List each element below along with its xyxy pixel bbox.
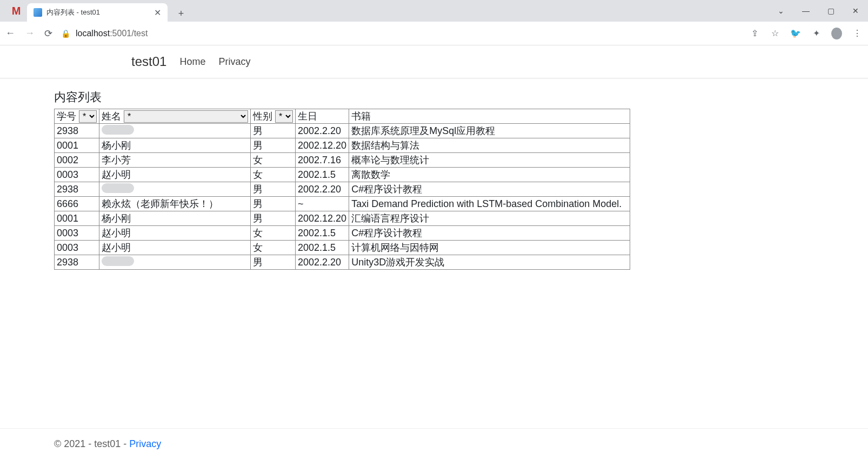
cell-gender: 男 bbox=[251, 124, 296, 138]
cell-id: 0003 bbox=[55, 241, 99, 255]
cell-book: C#程序设计教程 bbox=[349, 182, 630, 197]
extensions-puzzle-icon[interactable]: ✦ bbox=[811, 28, 822, 39]
table-row: 0001杨小刚男2002.12.20汇编语言程序设计 bbox=[55, 211, 630, 226]
cell-name: 赵小明 bbox=[99, 168, 251, 182]
cell-id: 0001 bbox=[55, 211, 99, 226]
cell-name: 杨小刚 bbox=[99, 211, 251, 226]
redacted-name bbox=[102, 256, 134, 266]
cell-name: 赖永炫（老师新年快乐！） bbox=[99, 197, 251, 211]
window-maximize-icon[interactable]: ▢ bbox=[818, 0, 843, 22]
cell-book: 概率论与数理统计 bbox=[349, 153, 630, 168]
brand-link[interactable]: test01 bbox=[131, 54, 166, 69]
cell-id: 0002 bbox=[55, 153, 99, 168]
menu-kebab-icon[interactable]: ⋮ bbox=[852, 28, 863, 39]
bookmark-star-icon[interactable]: ☆ bbox=[770, 28, 780, 39]
cell-birthday: 2002.2.20 bbox=[296, 182, 349, 197]
redacted-name bbox=[102, 125, 134, 135]
reload-button[interactable]: ⟳ bbox=[44, 28, 52, 39]
tab-strip: M 内容列表 - test01 ✕ + ⌄ — ▢ ✕ bbox=[0, 0, 868, 22]
table-row: 0003赵小明女2002.1.5计算机网络与因特网 bbox=[55, 241, 630, 255]
table-row: 0003赵小明女2002.1.5离散数学 bbox=[55, 168, 630, 182]
cell-book: Taxi Demand Prediction with LSTM-based C… bbox=[349, 197, 630, 211]
url-port: :5001 bbox=[110, 29, 131, 38]
cell-name: 杨小刚 bbox=[99, 138, 251, 153]
bird-ext-icon[interactable]: 🐦 bbox=[790, 28, 801, 39]
page: test01 Home Privacy 内容列表 学号 * 姓名 bbox=[0, 45, 868, 270]
cell-book: Unity3D游戏开发实战 bbox=[349, 255, 630, 270]
table-row: 2938男2002.2.20数据库系统原理及MySql应用教程 bbox=[55, 124, 630, 138]
cell-name: 李小芳 bbox=[99, 153, 251, 168]
url-path: /test bbox=[131, 29, 148, 38]
extension-icons: ⇪ ☆ 🐦 ✦ ⋮ bbox=[749, 28, 863, 39]
address-bar: ← → ⟳ 🔒 localhost:5001/test ⇪ ☆ 🐦 ✦ ⋮ bbox=[0, 22, 868, 45]
nav-privacy[interactable]: Privacy bbox=[218, 56, 250, 68]
cell-gender: 女 bbox=[251, 226, 296, 241]
cell-birthday: 2002.2.20 bbox=[296, 255, 349, 270]
cell-birthday: 2002.12.20 bbox=[296, 211, 349, 226]
cell-birthday: 2002.1.5 bbox=[296, 241, 349, 255]
cell-gender: 女 bbox=[251, 153, 296, 168]
new-tab-button[interactable]: + bbox=[173, 5, 189, 22]
browser-tab[interactable]: 内容列表 - test01 ✕ bbox=[27, 3, 168, 22]
cell-name: 赵小明 bbox=[99, 226, 251, 241]
table-row: 2938男2002.2.20Unity3D游戏开发实战 bbox=[55, 255, 630, 270]
table-row: 6666赖永炫（老师新年快乐！）男~Taxi Demand Prediction… bbox=[55, 197, 630, 211]
col-name-label: 姓名 bbox=[102, 111, 121, 122]
cell-book: C#程序设计教程 bbox=[349, 226, 630, 241]
cell-id: 0001 bbox=[55, 138, 99, 153]
profile-avatar bbox=[831, 28, 842, 39]
url-bar[interactable]: 🔒 localhost:5001/test bbox=[61, 29, 740, 38]
cell-name bbox=[99, 124, 251, 138]
cell-book: 离散数学 bbox=[349, 168, 630, 182]
cell-birthday: 2002.12.20 bbox=[296, 138, 349, 153]
cell-gender: 男 bbox=[251, 138, 296, 153]
nav-home[interactable]: Home bbox=[179, 56, 205, 68]
cell-birthday: 2002.1.5 bbox=[296, 168, 349, 182]
cell-gender: 男 bbox=[251, 255, 296, 270]
window-close-icon[interactable]: ✕ bbox=[843, 0, 868, 22]
cell-birthday: 2002.2.20 bbox=[296, 124, 349, 138]
window-chevron-icon[interactable]: ⌄ bbox=[769, 0, 793, 22]
cell-id: 2938 bbox=[55, 182, 99, 197]
lock-icon: 🔒 bbox=[61, 29, 70, 38]
cell-book: 汇编语言程序设计 bbox=[349, 211, 630, 226]
page-title: 内容列表 bbox=[54, 89, 713, 105]
cell-name: 赵小明 bbox=[99, 241, 251, 255]
back-button[interactable]: ← bbox=[5, 28, 15, 39]
table-row: 0001杨小刚男2002.12.20数据结构与算法 bbox=[55, 138, 630, 153]
table-row: 0003赵小明女2002.1.5C#程序设计教程 bbox=[55, 226, 630, 241]
cell-id: 0003 bbox=[55, 168, 99, 182]
window-controls: ⌄ — ▢ ✕ bbox=[769, 0, 868, 22]
cell-book: 计算机网络与因特网 bbox=[349, 241, 630, 255]
cell-birthday: 2002.1.5 bbox=[296, 226, 349, 241]
cell-id: 0003 bbox=[55, 226, 99, 241]
cell-gender: 女 bbox=[251, 241, 296, 255]
filter-name-select[interactable]: * bbox=[124, 110, 248, 123]
filter-id-select[interactable]: * bbox=[79, 110, 97, 123]
cell-gender: 女 bbox=[251, 168, 296, 182]
table-row: 0002李小芳女2002.7.16概率论与数理统计 bbox=[55, 153, 630, 168]
browser-chrome: M 内容列表 - test01 ✕ + ⌄ — ▢ ✕ ← → ⟳ 🔒 loca… bbox=[0, 0, 868, 45]
forward-button: → bbox=[25, 28, 35, 39]
col-book-label: 书籍 bbox=[349, 109, 630, 124]
cell-name bbox=[99, 182, 251, 197]
cell-gender: 男 bbox=[251, 211, 296, 226]
window-minimize-icon[interactable]: — bbox=[793, 0, 818, 22]
cell-birthday: ~ bbox=[296, 197, 349, 211]
data-table: 学号 * 姓名 * 性别 * bbox=[54, 109, 630, 270]
cell-book: 数据库系统原理及MySql应用教程 bbox=[349, 124, 630, 138]
share-icon[interactable]: ⇪ bbox=[749, 28, 760, 39]
col-id-label: 学号 bbox=[57, 111, 76, 122]
cell-id: 6666 bbox=[55, 197, 99, 211]
app-icon-m: M bbox=[5, 0, 27, 22]
redacted-name bbox=[102, 183, 134, 193]
filter-gender-select[interactable]: * bbox=[275, 110, 293, 123]
table-row: 2938男2002.2.20C#程序设计教程 bbox=[55, 182, 630, 197]
cell-book: 数据结构与算法 bbox=[349, 138, 630, 153]
col-birthday-label: 生日 bbox=[296, 109, 349, 124]
cell-id: 2938 bbox=[55, 255, 99, 270]
cell-name bbox=[99, 255, 251, 270]
site-navbar: test01 Home Privacy bbox=[0, 45, 868, 78]
close-tab-icon[interactable]: ✕ bbox=[154, 8, 161, 18]
cell-birthday: 2002.7.16 bbox=[296, 153, 349, 168]
